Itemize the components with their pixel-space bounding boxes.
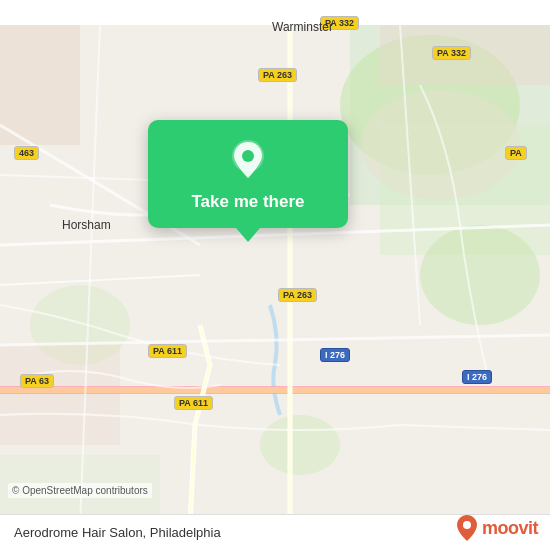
location-pin-icon bbox=[226, 138, 270, 182]
road-badge-463: 463 bbox=[14, 146, 39, 160]
road-badge-pa332-right: PA 332 bbox=[432, 46, 471, 60]
svg-point-5 bbox=[260, 415, 340, 475]
svg-rect-11 bbox=[0, 345, 120, 445]
take-me-there-button[interactable]: Take me there bbox=[148, 120, 348, 228]
osm-attribution: © OpenStreetMap contributors bbox=[8, 483, 152, 498]
location-label: Aerodrome Hair Salon, Philadelphia bbox=[14, 525, 221, 540]
moovit-logo: moovit bbox=[456, 514, 538, 542]
road-badge-pa263-mid: PA 263 bbox=[278, 288, 317, 302]
popup-button-label: Take me there bbox=[191, 192, 304, 212]
bottom-bar: Aerodrome Hair Salon, Philadelphia moovi… bbox=[0, 514, 550, 550]
road-badge-pa611-left: PA 611 bbox=[148, 344, 187, 358]
moovit-text: moovit bbox=[482, 518, 538, 539]
svg-point-4 bbox=[420, 225, 540, 325]
svg-rect-8 bbox=[0, 25, 80, 145]
svg-point-23 bbox=[242, 150, 254, 162]
road-badge-pa611-bot: PA 611 bbox=[174, 396, 213, 410]
map-container: PA 332 PA 263 PA 332 PA 463 PA 263 PA 61… bbox=[0, 0, 550, 550]
moovit-pin-icon bbox=[456, 514, 478, 542]
road-badge-pa-right: PA bbox=[505, 146, 527, 160]
road-badge-pa63: PA 63 bbox=[20, 374, 54, 388]
road-badge-i276-mid: I 276 bbox=[320, 348, 350, 362]
svg-point-24 bbox=[463, 521, 471, 529]
place-label-warminster: Warminster bbox=[272, 20, 333, 34]
road-badge-pa263-top: PA 263 bbox=[258, 68, 297, 82]
map-background bbox=[0, 0, 550, 550]
svg-point-10 bbox=[360, 90, 520, 200]
road-badge-i276-right: I 276 bbox=[462, 370, 492, 384]
place-label-horsham: Horsham bbox=[62, 218, 111, 232]
